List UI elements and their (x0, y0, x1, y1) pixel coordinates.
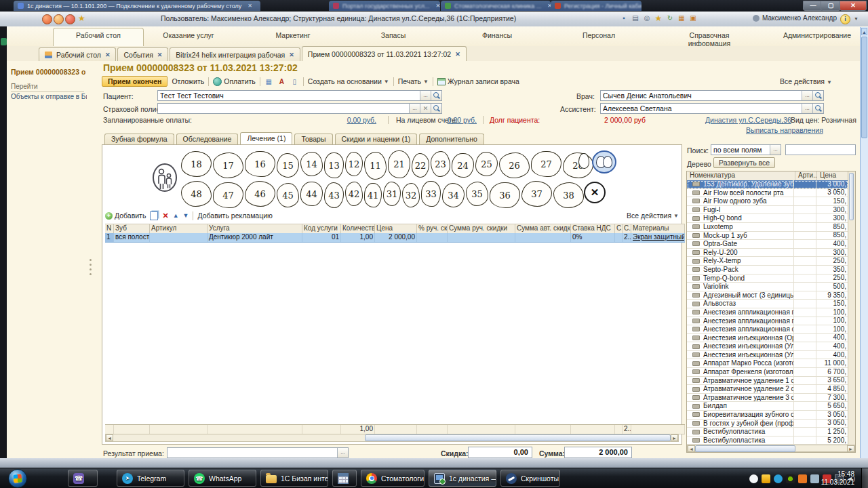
document-tab[interactable]: Рабочий стол ✕ (39, 47, 116, 61)
table-icon[interactable]: ▦ (677, 14, 686, 23)
assistant-input[interactable] (601, 104, 802, 113)
remove-tooth-icon[interactable]: ✕ (584, 182, 606, 203)
content-tab[interactable]: Товары (294, 134, 332, 144)
search-mode-select[interactable]: ... (711, 144, 781, 155)
tooth-24[interactable]: 24 (452, 153, 474, 178)
scrollbar-thumb[interactable] (861, 37, 867, 138)
tooth-18[interactable]: 18 (181, 151, 212, 177)
nomenclature-row[interactable]: Variolink 500, (687, 283, 848, 291)
nomenclature-row[interactable]: Вестибулопластика 5 200, (687, 436, 848, 445)
policy-field[interactable]: ... ✕ (157, 103, 442, 114)
catalog-vertical-scrollbar[interactable] (848, 171, 855, 445)
tooth-12[interactable]: 12 (345, 152, 363, 176)
tooth-25[interactable]: 25 (475, 152, 498, 176)
add-claim-button[interactable]: Добавить рекламацию (197, 211, 273, 220)
taskbar-button-rdp[interactable]: 1с династия — 10... (429, 470, 496, 487)
grid-column-header[interactable]: N (105, 224, 114, 233)
policy-input[interactable] (158, 104, 409, 113)
favorites-icon[interactable]: ★ (654, 14, 663, 23)
nomenclature-row[interactable]: Билдап 5 650, (687, 402, 848, 411)
tab-close-icon[interactable]: ✕ (157, 52, 163, 58)
grid-column-header[interactable]: Сумма авт. скидки (515, 224, 571, 233)
nomenclature-row[interactable]: Анестезия аппликационная гель 100, (687, 308, 848, 317)
menu-section-item[interactable]: Справочная информация (674, 30, 745, 46)
grid-cell[interactable]: 0% (571, 233, 615, 242)
nomenclature-row[interactable]: Fugi-I 300, (687, 206, 848, 215)
form-all-actions-button[interactable]: Все действия ▼ (780, 77, 832, 85)
grid-cell[interactable] (150, 233, 208, 242)
delete-row-icon[interactable]: ✕ (162, 211, 168, 220)
taskbar-button-folder[interactable]: 1С Бизап интегра... (260, 470, 328, 487)
nomenclature-row[interactable]: 153 Дентикюр. Удаление зубных отло... 3 … (687, 180, 848, 189)
content-tab[interactable]: Обследование (176, 134, 239, 144)
nomenclature-row[interactable]: В гостях у зубной феи (профгигиена, у...… (687, 420, 848, 428)
tooth-23[interactable]: 23 (431, 151, 450, 177)
scroll-up-icon[interactable]: ▲ (861, 28, 867, 35)
window-close-button[interactable]: ✕ (840, 1, 867, 11)
nomenclature-row[interactable]: Атравматичное удаление 1 степени сл... 3… (687, 377, 848, 386)
grid-cell[interactable] (417, 233, 448, 242)
patient-search-icon[interactable] (431, 91, 441, 100)
search-mode-value[interactable] (711, 146, 770, 155)
patient-field[interactable]: ... (157, 90, 442, 101)
tooth-11[interactable]: 11 (364, 152, 387, 180)
tooth-13[interactable]: 13 (324, 152, 344, 178)
menu-section-item[interactable]: Рабочий стол (53, 28, 144, 46)
chevron-down-icon[interactable]: ▼ (854, 16, 859, 21)
tooth-46[interactable]: 46 (245, 181, 275, 207)
tab-close-icon[interactable]: ✕ (248, 3, 252, 9)
tooth-14[interactable]: 14 (300, 152, 323, 176)
nomenclature-row[interactable]: Temp-Q-bond 250, (687, 274, 848, 283)
nomenclature-row[interactable]: Биоревитализация зубного сосочка 3 050, (687, 411, 848, 420)
calculator-memory-button[interactable] (705, 14, 707, 23)
doctor-input[interactable] (601, 92, 802, 100)
menu-section-item[interactable]: Персонал (574, 30, 624, 46)
nomenclature-row[interactable]: Air Flow одного зуба 150, (687, 197, 848, 206)
document-tab[interactable]: Bitrix24 helix интеграция рабочая ✕ (170, 47, 300, 61)
document-tab[interactable]: Прием 00000008323 от 11.03.2021 13:27:02… (302, 46, 467, 61)
taskbar-button-yandex[interactable]: Скриншоты — Ян... (500, 470, 560, 487)
tray-icon-trshield[interactable] (762, 474, 770, 483)
nomenclature-row[interactable]: Air Flow всей полости рта 3 050, (687, 189, 848, 198)
calculator-memory-button[interactable] (709, 14, 712, 23)
info-button[interactable]: i (840, 14, 850, 24)
tooth-43[interactable]: 43 (324, 182, 344, 208)
calculator-memory-button[interactable] (700, 14, 703, 23)
assistant-search-icon[interactable] (812, 104, 823, 113)
taskbar-button-chrome[interactable]: Стоматологичес... (361, 470, 425, 487)
history-icon[interactable]: ↻ (665, 14, 675, 23)
nomenclature-row[interactable]: Анестезия инъекционная (Ультракаин,... 4… (687, 342, 848, 351)
grid-column-header[interactable]: Материалы (631, 224, 685, 233)
tab-close-icon[interactable]: ✕ (105, 52, 111, 58)
tray-icon-trnv[interactable] (786, 474, 795, 483)
sidebar-link-bitrix-objects[interactable]: Объекты к отправке в Би... (11, 93, 87, 100)
finish-appointment-button[interactable]: Прием окончен (102, 76, 167, 87)
spellcheck-icon[interactable]: А (277, 77, 286, 86)
scroll-right-icon[interactable]: ► (847, 445, 854, 452)
show-desktop-button[interactable] (861, 468, 868, 488)
tooth-15[interactable]: 15 (277, 153, 299, 178)
app-menu-button[interactable] (42, 14, 52, 24)
tooth-42[interactable]: 42 (345, 182, 363, 206)
tooth-34[interactable]: 34 (442, 183, 465, 207)
single-tooth-mode-icon[interactable] (578, 153, 589, 169)
move-up-icon[interactable]: ▲ (173, 212, 179, 219)
tooth-26[interactable]: 26 (499, 152, 530, 178)
nomenclature-row[interactable]: Mock-up 1 зуб 850, (687, 232, 848, 241)
move-down-icon[interactable]: ▼ (183, 212, 189, 219)
nomenclature-row[interactable]: High-Q bond 300, (687, 214, 848, 223)
tray-icon-trbl[interactable] (810, 474, 819, 483)
policy-clear-icon[interactable]: ✕ (420, 104, 431, 113)
tooth-38[interactable]: 38 (553, 182, 584, 208)
tooth-33[interactable]: 33 (421, 181, 441, 207)
tooth-47[interactable]: 47 (213, 182, 243, 208)
tooth-27[interactable]: 27 (531, 151, 561, 177)
create-based-on-button[interactable]: Создать на основании ▼ (308, 77, 389, 85)
grid-cell[interactable]: вся полость (114, 233, 150, 242)
grid-column-header[interactable]: Услуга (208, 224, 302, 233)
catalog-horizontal-scrollbar[interactable]: ◄ ► (687, 445, 855, 452)
add-row-button[interactable]: +Добавить (105, 211, 146, 220)
account-balance-value[interactable]: 0,00 руб. (439, 116, 477, 124)
nomenclature-row[interactable]: Анестезия инъекционная (Ультракаин,... 4… (687, 351, 848, 360)
nomenclature-row[interactable]: Анестезия аппликационная спрей 100, (687, 325, 848, 334)
